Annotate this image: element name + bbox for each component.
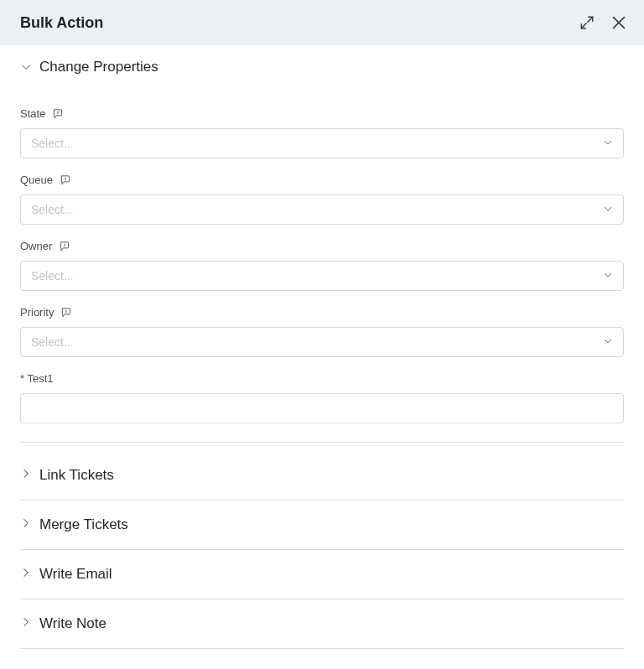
undo-icon[interactable]	[60, 174, 71, 186]
field-label-row: Owner	[20, 240, 624, 252]
field-label-row: State	[20, 107, 624, 120]
section-header-change-properties[interactable]: Change Properties	[20, 45, 624, 89]
chevron-right-icon	[20, 567, 32, 582]
chevron-down-icon	[20, 61, 32, 73]
section-merge-tickets: Merge Tickets	[20, 500, 624, 550]
field-test1: * Test1	[20, 372, 624, 423]
undo-icon[interactable]	[59, 241, 70, 252]
chevron-down-icon	[603, 335, 613, 349]
dialog-content: Change Properties State Select...	[0, 45, 644, 649]
section-title: Write Note	[39, 615, 106, 632]
state-label: State	[20, 107, 45, 120]
chevron-down-icon	[603, 269, 613, 283]
section-link-tickets: Link Tickets	[20, 451, 624, 500]
dialog-header: Bulk Action	[0, 0, 644, 45]
section-header-write-note[interactable]: Write Note	[20, 599, 624, 648]
chevron-right-icon	[20, 517, 32, 532]
queue-placeholder: Select...	[31, 203, 74, 216]
priority-label: Priority	[20, 306, 54, 319]
section-header-merge-tickets[interactable]: Merge Tickets	[20, 500, 624, 549]
section-write-note: Write Note	[20, 599, 624, 649]
section-title: Change Properties	[39, 59, 158, 75]
test1-input[interactable]	[20, 393, 624, 423]
expand-icon[interactable]	[577, 13, 597, 33]
field-priority: Priority Select...	[20, 306, 624, 357]
field-label-row: * Test1	[20, 372, 624, 385]
section-header-link-tickets[interactable]: Link Tickets	[20, 451, 624, 500]
close-icon[interactable]	[609, 13, 629, 33]
test1-label: * Test1	[20, 372, 54, 385]
undo-icon[interactable]	[60, 307, 72, 319]
chevron-right-icon	[20, 468, 32, 483]
state-placeholder: Select...	[31, 137, 74, 150]
field-owner: Owner Select...	[20, 240, 624, 291]
undo-icon[interactable]	[52, 108, 64, 120]
chevron-right-icon	[20, 616, 32, 631]
owner-label: Owner	[20, 240, 52, 252]
queue-select[interactable]: Select...	[20, 194, 624, 225]
field-label-row: Priority	[20, 306, 624, 319]
queue-label: Queue	[20, 174, 53, 186]
section-write-email: Write Email	[20, 550, 624, 599]
section-change-properties: Change Properties State Select...	[20, 45, 624, 443]
chevron-down-icon	[603, 203, 613, 216]
priority-placeholder: Select...	[31, 335, 74, 349]
field-label-row: Queue	[20, 174, 624, 186]
section-title: Write Email	[39, 566, 112, 583]
field-state: State Select...	[20, 107, 624, 158]
collapsed-sections: Link Tickets Merge Tickets W	[20, 451, 624, 649]
state-select[interactable]: Select...	[20, 128, 624, 158]
section-title: Link Tickets	[39, 467, 114, 484]
section-title: Merge Tickets	[39, 516, 128, 533]
dialog-title: Bulk Action	[20, 14, 103, 32]
owner-placeholder: Select...	[31, 269, 74, 283]
owner-select[interactable]: Select...	[20, 261, 624, 291]
chevron-down-icon	[603, 137, 613, 150]
priority-select[interactable]: Select...	[20, 327, 624, 357]
section-body-change-properties: State Select...	[20, 107, 624, 442]
field-queue: Queue Select...	[20, 174, 624, 225]
section-header-write-email[interactable]: Write Email	[20, 550, 624, 599]
header-actions	[577, 13, 629, 33]
